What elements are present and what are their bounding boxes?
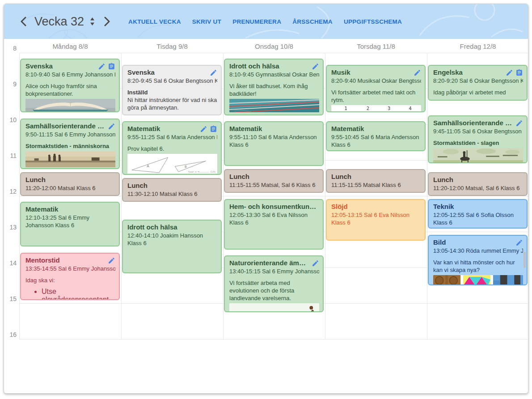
hour-label: 11 <box>4 152 17 159</box>
event-title: Matematik <box>127 124 197 133</box>
event-time-location: 12:10-13:25 Sal 6 Emmy Johansson Klass 6 <box>25 214 115 229</box>
event-note: Alice och Hugo framför sina bokpresentat… <box>25 82 115 98</box>
week-stepper[interactable] <box>89 17 95 26</box>
svg-text:4: 4 <box>409 106 411 111</box>
hour-label: 10 <box>4 116 17 123</box>
pencil-icon[interactable] <box>312 63 319 70</box>
event-matematik-thu[interactable]: Matematik9:55-10:45 Sal 6 Maria Andersso… <box>326 121 426 151</box>
event-lunch-mon[interactable]: Lunch11:20-12:00 Matsal Klass 6 <box>20 172 120 196</box>
svg-text:♩: ♩ <box>378 112 380 113</box>
event-action-icons <box>506 68 523 76</box>
schedule-window: Vecka 32 AKTUELL VECKA SKRIV UT PRENUMER… <box>4 4 528 394</box>
event-time-location: 13:35-14:55 Sal 6 Emmy Johansson Klass 6 <box>25 265 115 272</box>
event-samhallsorienterande-amnen-mon[interactable]: Samhällsorienterande ämnen9:50-11:15 Sal… <box>20 119 120 169</box>
event-svenska-tue[interactable]: Svenska8:20-9:45 Sal 6 Oskar Bengtsson K… <box>122 65 222 115</box>
column-separator <box>427 53 427 340</box>
pencil-icon[interactable] <box>98 63 106 70</box>
nav-uppgiftsschema[interactable]: UPPGIFTSSCHEMA <box>344 18 402 25</box>
event-note: Stormaktstiden - människorna <box>25 142 115 150</box>
event-hem-och-konsumentkunskap-wed[interactable]: Hem- och konsumentkunskap12:05-13:30 Sal… <box>224 199 324 250</box>
event-time-location: 8:10-9:40 Sal 6 Emmy Johansson Klass 6 <box>25 71 115 78</box>
pencil-icon[interactable] <box>108 123 115 130</box>
event-time-location: 12:05-13:15 Sal 6 Eva Nilsson Klass 6 <box>331 211 421 226</box>
event-engelska-fri[interactable]: Engelska8:20-9:20 Sal 6 Oskar Bengtsson … <box>428 65 528 101</box>
clipboard-icon[interactable] <box>515 69 523 76</box>
event-time-location: 9:55-11:10 Sal 6 Maria Andersson Klass 6 <box>229 133 319 149</box>
event-scrollbar-thumb[interactable] <box>524 252 526 268</box>
event-title: Idrott och hälsa <box>229 62 309 71</box>
event-lunch-wed[interactable]: Lunch11:15-11:55 Matsal, Sal 6 Klass 6 <box>224 169 324 193</box>
clipboard-icon[interactable] <box>108 63 115 70</box>
week-grid: 8910111213141516Svenska8:10-9:40 Sal 6 E… <box>4 53 528 393</box>
event-svenska-mon[interactable]: Svenska8:10-9:40 Sal 6 Emmy Johansson Kl… <box>20 59 120 112</box>
event-naturorienterande-amnen-wed[interactable]: Naturorienterande ämnen13:40-15:15 Sal 6… <box>224 255 324 312</box>
event-title: Lunch <box>229 172 319 181</box>
event-note: Stormaktstiden - slagen <box>433 139 523 147</box>
pencil-icon[interactable] <box>312 259 319 267</box>
event-action-icons <box>108 122 115 130</box>
event-action-icons <box>200 124 217 133</box>
event-title: Samhällsorienterande ämnen <box>433 119 513 127</box>
pencil-icon[interactable] <box>515 239 523 246</box>
bridge-painting-image <box>25 151 115 167</box>
event-samhallsorienterande-amnen-fri[interactable]: Samhällsorienterande ämnen9:45-11:05 Sal… <box>428 115 528 163</box>
event-title: Samhällsorienterande ämnen <box>25 122 105 131</box>
event-musik-thu[interactable]: Musik8:20-9:40 Musiksal Oskar Bengtsson … <box>326 65 426 113</box>
pencil-icon[interactable] <box>506 69 513 76</box>
svg-text:♩: ♩ <box>367 112 369 113</box>
event-action-icons <box>515 238 523 246</box>
event-title: Musik <box>331 68 411 77</box>
nav-aktuell-vecka[interactable]: AKTUELL VECKA <box>128 18 181 25</box>
patterns-image <box>433 275 523 285</box>
event-title: Matematik <box>229 124 319 133</box>
clipboard-icon[interactable] <box>210 125 217 133</box>
event-idrott-och-halsa-tue[interactable]: Idrott och hälsa12:40-14:10 Joakim Hanss… <box>122 220 222 273</box>
column-separator <box>223 53 224 340</box>
event-lunch-thu[interactable]: Lunch11:15-11:55 Matsal Klass 6 <box>326 169 426 193</box>
event-idrott-och-halsa-wed[interactable]: Idrott och hälsa8:10-9:45 Gymnastiksal O… <box>224 59 324 115</box>
event-matematik-mon[interactable]: Matematik12:10-13:25 Sal 6 Emmy Johansso… <box>20 202 120 246</box>
event-title: Engelska <box>433 68 503 77</box>
event-action-icons <box>98 62 115 70</box>
event-lunch-fri[interactable]: Lunch11:20-12:00 Matsal, Sal 6 Klass 6 <box>428 172 528 196</box>
column-separator <box>121 53 122 340</box>
event-slojd-thu[interactable]: Slöjd12:05-13:15 Sal 6 Eva Nilsson Klass… <box>326 199 426 241</box>
day-header-thursday: Torsdag 11/8 <box>325 39 427 53</box>
event-teknik-fri[interactable]: Teknik12:05-12:55 Sal 6 Sofia Olsson Kla… <box>428 199 528 229</box>
pencil-icon[interactable] <box>200 125 207 133</box>
hour-label: 9 <box>4 81 17 88</box>
event-note: Vi fortsätter arbetet med takt och rytm. <box>331 89 421 104</box>
pencil-icon[interactable] <box>414 69 421 76</box>
pencil-icon[interactable] <box>515 119 523 127</box>
day-header-tuesday: Tisdag 9/8 <box>121 39 223 53</box>
svg-text:♩: ♩ <box>409 112 411 113</box>
event-mentorstid-mon[interactable]: Mentorstid13:35-14:55 Sal 6 Emmy Johanss… <box>20 253 120 301</box>
event-bullet-list: Utse elevrådsrepresentantHitta aktivitet… <box>25 288 115 301</box>
event-note: Var kan vi hitta mönster och hur kan vi … <box>433 259 523 274</box>
event-matematik-wed[interactable]: Matematik9:55-11:10 Sal 6 Maria Andersso… <box>224 121 324 166</box>
hour-label: 16 <box>4 331 17 338</box>
evolution-image <box>229 303 319 312</box>
header-nav: AKTUELL VECKA SKRIV UT PRENUMERERA ÅRSSC… <box>128 18 402 25</box>
event-action-icons <box>210 68 217 76</box>
svg-text:(1/0): (1/0) <box>210 170 215 173</box>
nav-arsschema[interactable]: ÅRSSCHEMA <box>292 18 333 25</box>
previous-week-button[interactable] <box>17 14 29 29</box>
pencil-icon[interactable] <box>210 69 217 76</box>
pencil-icon[interactable] <box>108 257 115 264</box>
nav-skriv-ut[interactable]: SKRIV UT <box>192 18 221 25</box>
next-week-button[interactable] <box>101 14 113 29</box>
event-time-location: 11:15-11:55 Matsal Klass 6 <box>331 181 421 189</box>
event-bild-fri[interactable]: Bild13:05-14:30 Röda rummet Emmy Johanss… <box>428 235 528 285</box>
event-time-location: 8:20-9:40 Musiksal Oskar Bengtsson Klass… <box>331 77 421 85</box>
event-lunch-tue[interactable]: Lunch11:30-12:10 Matsal Klass 6 <box>122 178 222 202</box>
svg-text:A: A <box>147 164 149 168</box>
event-time-location: 12:05-12:55 Sal 6 Sofia Olsson Klass 6 <box>433 211 523 226</box>
chevron-right-icon <box>104 17 110 26</box>
svg-text:♩: ♩ <box>388 112 390 113</box>
battle-painting-image <box>433 148 523 163</box>
event-title: Svenska <box>25 62 95 71</box>
event-matematik-tue[interactable]: Matematik9:55-11:25 Sal 6 Maria Andersso… <box>122 121 222 175</box>
event-title: Naturorienterande ämnen <box>229 259 309 267</box>
nav-prenumerera[interactable]: PRENUMERERA <box>232 18 281 25</box>
